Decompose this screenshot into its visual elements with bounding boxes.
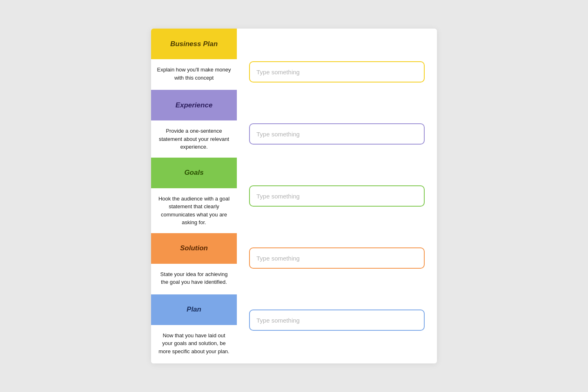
section-header-goals: Goals: [151, 158, 237, 188]
section-label-experience: Experience: [176, 101, 213, 109]
section-block-goals: GoalsHook the audience with a goal state…: [151, 158, 237, 233]
input-row-goals: [249, 169, 425, 223]
section-label-plan: Plan: [187, 305, 201, 314]
input-row-solution: [249, 232, 425, 285]
right-panel: [237, 29, 437, 363]
section-block-solution: SolutionState your idea for achieving th…: [151, 233, 237, 294]
section-desc-experience: Provide a one-sentence statement about y…: [151, 120, 237, 158]
section-desc-goals: Hook the audience with a goal statement …: [151, 188, 237, 233]
left-panel: Business PlanExplain how you'll make mon…: [151, 29, 237, 363]
input-row-experience: [249, 107, 425, 160]
section-desc-business-plan: Explain how you'll make money with this …: [151, 59, 237, 90]
section-label-solution: Solution: [180, 244, 208, 252]
section-header-plan: Plan: [151, 294, 237, 325]
input-solution[interactable]: [249, 247, 425, 269]
section-block-business-plan: Business PlanExplain how you'll make mon…: [151, 29, 237, 90]
page-container: Business PlanExplain how you'll make mon…: [151, 29, 437, 363]
section-header-experience: Experience: [151, 90, 237, 120]
section-block-experience: ExperienceProvide a one-sentence stateme…: [151, 90, 237, 158]
input-row-business-plan: [249, 45, 425, 98]
input-plan[interactable]: [249, 310, 425, 331]
section-label-goals: Goals: [184, 169, 203, 177]
input-business-plan[interactable]: [249, 61, 425, 82]
section-label-business-plan: Business Plan: [170, 40, 218, 48]
section-desc-plan: Now that you have laid out your goals an…: [151, 325, 237, 362]
section-header-solution: Solution: [151, 233, 237, 264]
section-header-business-plan: Business Plan: [151, 29, 237, 59]
input-row-plan: [249, 294, 425, 347]
section-desc-solution: State your idea for achieving the goal y…: [151, 264, 237, 294]
input-goals[interactable]: [249, 185, 425, 207]
input-experience[interactable]: [249, 123, 425, 145]
section-block-plan: PlanNow that you have laid out your goal…: [151, 294, 237, 362]
